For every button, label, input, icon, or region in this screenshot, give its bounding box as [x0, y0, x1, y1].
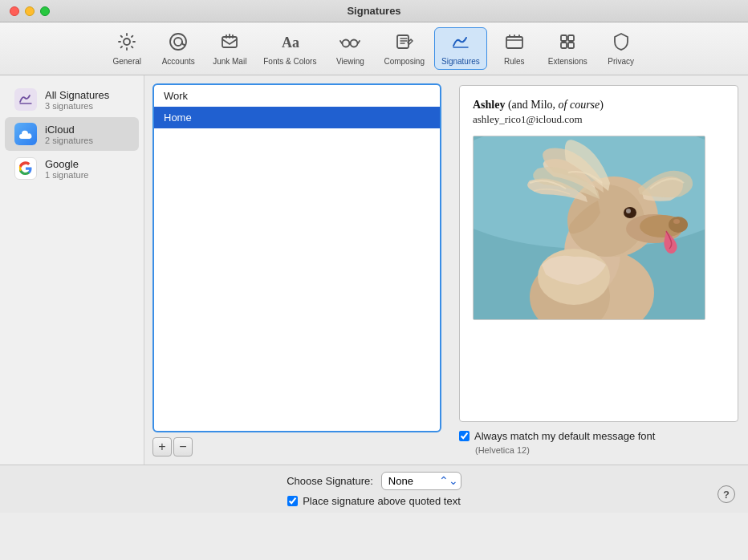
toolbar-item-accounts[interactable]: Accounts — [154, 28, 202, 69]
font-match-checkbox[interactable] — [459, 431, 470, 441]
toolbar-item-general[interactable]: General — [103, 28, 151, 69]
icloud-count: 2 signatures — [45, 136, 93, 145]
content-area: All Signatures 3 signatures iCloud 2 sig… — [0, 75, 748, 465]
list-controls: + − — [152, 437, 441, 457]
rules-icon — [504, 31, 525, 55]
signature-name-italic: of course — [559, 99, 600, 111]
choose-signature-select-wrapper: None Work Home Random ⌃⌄ — [381, 472, 461, 490]
traffic-lights — [10, 6, 50, 16]
all-signatures-text: All Signatures 3 signatures — [45, 89, 109, 111]
bottom-bar: Choose Signature: None Work Home Random … — [0, 465, 748, 513]
svg-point-2 — [170, 34, 186, 50]
privacy-icon — [611, 31, 632, 55]
toolbar-item-privacy[interactable]: Privacy — [597, 28, 645, 69]
svg-point-28 — [626, 209, 631, 213]
maximize-button[interactable] — [40, 6, 50, 16]
svg-rect-15 — [568, 43, 574, 48]
font-settings: Always match my default message font (He… — [459, 430, 738, 455]
toolbar-label-viewing: Viewing — [336, 57, 364, 66]
place-above-checkbox[interactable] — [287, 496, 298, 506]
all-signatures-count: 3 signatures — [45, 101, 109, 111]
icloud-name: iCloud — [45, 124, 93, 136]
toolbar-label-rules: Rules — [504, 57, 525, 66]
choose-signature-label: Choose Signature: — [287, 475, 373, 487]
toolbar-label-accounts: Accounts — [162, 57, 195, 66]
svg-rect-12 — [561, 35, 567, 41]
toolbar-item-fonts-colors[interactable]: Aa Fonts & Colors — [257, 28, 323, 69]
all-signatures-name: All Signatures — [45, 89, 109, 101]
google-name: Google — [45, 158, 88, 170]
svg-point-1 — [174, 38, 182, 46]
toolbar-label-composing: Composing — [384, 57, 425, 66]
toolbar-label-general: General — [112, 57, 141, 66]
glasses-icon — [339, 31, 360, 55]
svg-point-30 — [673, 219, 680, 224]
svg-text:Aa: Aa — [282, 34, 299, 51]
help-button[interactable]: ? — [718, 485, 735, 503]
google-text: Google 1 signature — [45, 158, 88, 180]
dog-image — [473, 136, 705, 320]
compose-icon — [394, 31, 415, 55]
toolbar-item-junk-mail[interactable]: Junk Mail — [205, 28, 254, 69]
svg-point-9 — [351, 40, 358, 47]
bottom-bar-inner: Choose Signature: None Work Home Random … — [287, 472, 461, 507]
font-match-label: Always match my default message font — [474, 430, 655, 442]
toolbar-label-extensions: Extensions — [548, 57, 587, 66]
choose-signature-row: Choose Signature: None Work Home Random … — [287, 472, 461, 490]
toolbar-label-privacy: Privacy — [608, 57, 634, 66]
signature-name: Ashley (and Milo, of course) — [473, 99, 725, 112]
svg-point-0 — [124, 39, 130, 45]
remove-signature-button[interactable]: − — [173, 437, 193, 457]
signature-name-bold: Ashley — [473, 99, 505, 111]
svg-rect-11 — [506, 37, 522, 48]
helvetica-note: (Helvetica 12) — [459, 445, 738, 455]
signature-name-end: ) — [600, 99, 604, 111]
toolbar: General Accounts Junk Mail — [0, 22, 748, 75]
toolbar-label-signatures: Signatures — [441, 57, 480, 66]
place-above-label: Place signature above quoted text — [303, 495, 461, 507]
toolbar-item-rules[interactable]: Rules — [490, 28, 539, 69]
titlebar: Signatures — [0, 0, 748, 22]
junk-icon — [219, 31, 240, 55]
svg-point-26 — [669, 217, 688, 233]
close-button[interactable] — [10, 6, 19, 16]
middle-panel: Work Home + − — [144, 75, 449, 465]
toolbar-item-signatures[interactable]: Signatures — [434, 27, 487, 70]
sidebar-item-google[interactable]: Google 1 signature — [5, 152, 139, 185]
add-signature-button[interactable]: + — [152, 437, 172, 457]
svg-rect-10 — [397, 35, 409, 48]
font-match-row: Always match my default message font — [459, 430, 738, 442]
gear-icon — [116, 31, 137, 55]
signature-email: ashley_rico1@icloud.com — [473, 113, 725, 126]
toolbar-item-extensions[interactable]: Extensions — [542, 28, 594, 69]
signature-icon — [450, 31, 471, 55]
signature-item-work[interactable]: Work — [154, 85, 440, 107]
signature-preview: Ashley (and Milo, of course) ashley_rico… — [459, 85, 738, 422]
google-icon — [14, 157, 37, 180]
extensions-icon — [557, 31, 578, 55]
signature-name-rest: (and Milo, — [505, 99, 558, 111]
window-title: Signatures — [347, 5, 400, 17]
sidebar-item-icloud[interactable]: iCloud 2 signatures — [5, 117, 139, 151]
svg-rect-14 — [561, 43, 567, 48]
fonts-icon: Aa — [279, 31, 300, 55]
sidebar: All Signatures 3 signatures iCloud 2 sig… — [0, 75, 144, 465]
sidebar-item-all-signatures[interactable]: All Signatures 3 signatures — [5, 83, 139, 116]
right-panel: Ashley (and Milo, of course) ashley_rico… — [449, 75, 748, 465]
signature-item-home[interactable]: Home — [154, 107, 440, 128]
svg-rect-13 — [568, 35, 574, 41]
toolbar-item-viewing[interactable]: Viewing — [326, 28, 374, 69]
svg-point-8 — [343, 40, 350, 47]
svg-rect-3 — [222, 37, 237, 47]
toolbar-label-fonts-colors: Fonts & Colors — [263, 57, 316, 66]
signatures-list[interactable]: Work Home — [152, 83, 441, 432]
icloud-text: iCloud 2 signatures — [45, 124, 93, 145]
choose-signature-select[interactable]: None Work Home Random — [381, 472, 461, 490]
at-icon — [168, 31, 189, 55]
place-signature-row: Place signature above quoted text — [287, 495, 461, 507]
minimize-button[interactable] — [25, 6, 35, 16]
google-count: 1 signature — [45, 170, 88, 180]
icloud-icon — [14, 123, 37, 145]
all-signatures-icon — [14, 88, 37, 111]
toolbar-item-composing[interactable]: Composing — [377, 28, 431, 69]
